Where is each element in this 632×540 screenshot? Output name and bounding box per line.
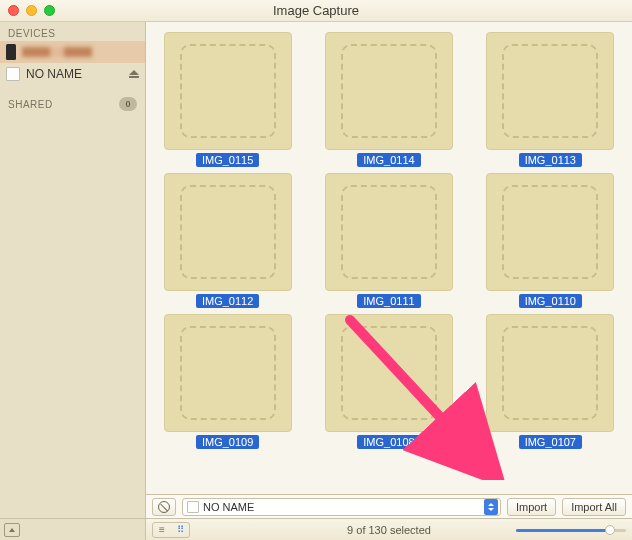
thumbnail-label: IMG_0115 — [196, 153, 259, 167]
import-all-button[interactable]: Import All — [562, 498, 626, 516]
shared-count-badge: 0 — [119, 97, 137, 111]
thumbnail-item[interactable]: IMG_0108 — [319, 314, 459, 449]
titlebar: Image Capture — [0, 0, 632, 22]
thumbnail-label: IMG_0111 — [357, 294, 420, 308]
volume-label: NO NAME — [26, 67, 82, 81]
destination-label: NO NAME — [203, 501, 254, 513]
placeholder-icon — [341, 326, 437, 420]
thumbnail-item[interactable]: IMG_0115 — [158, 32, 298, 167]
eject-icon[interactable] — [129, 69, 139, 79]
thumbnail-item[interactable]: IMG_0110 — [480, 173, 620, 308]
bottom-toolbar: NO NAME Import Import All — [146, 494, 632, 518]
thumbnail-grid: IMG_0115 IMG_0114 IMG_0113 IMG_0112 IMG_… — [146, 22, 632, 494]
thumbnail-item[interactable]: IMG_0114 — [319, 32, 459, 167]
statusbar: ≡ ⠿ 9 of 130 selected — [146, 518, 632, 540]
thumbnail-item[interactable]: IMG_0111 — [319, 173, 459, 308]
placeholder-icon — [502, 44, 598, 138]
thumbnail-label: IMG_0108 — [357, 435, 420, 449]
thumbnail-item[interactable]: IMG_0107 — [480, 314, 620, 449]
delete-after-import-button[interactable] — [152, 498, 176, 516]
sidebar-footer — [0, 518, 145, 540]
phone-icon — [6, 44, 16, 60]
thumbnail-item[interactable]: IMG_0113 — [480, 32, 620, 167]
sd-card-icon — [187, 501, 199, 513]
placeholder-icon — [341, 44, 437, 138]
window-title: Image Capture — [0, 3, 632, 18]
sidebar-item-phone[interactable] — [0, 41, 145, 63]
thumbnail-label: IMG_0110 — [519, 294, 582, 308]
destination-select[interactable]: NO NAME — [182, 498, 501, 516]
zoom-thumb[interactable] — [605, 525, 615, 535]
thumbnail-label: IMG_0107 — [519, 435, 582, 449]
sidebar: DEVICES NO NAME SHARED 0 — [0, 22, 146, 540]
thumbnail-item[interactable]: IMG_0109 — [158, 314, 298, 449]
thumbnail-item[interactable]: IMG_0112 — [158, 173, 298, 308]
placeholder-icon — [502, 326, 598, 420]
zoom-slider[interactable] — [516, 523, 626, 537]
placeholder-icon — [341, 185, 437, 279]
devices-header-label: DEVICES — [8, 28, 55, 39]
thumbnail-label: IMG_0114 — [357, 153, 420, 167]
thumbnail-label: IMG_0113 — [519, 153, 582, 167]
thumbnail-label: IMG_0112 — [196, 294, 259, 308]
panel-toggle-icon[interactable] — [4, 523, 20, 537]
sd-card-icon — [6, 67, 20, 81]
placeholder-icon — [180, 44, 276, 138]
placeholder-icon — [180, 185, 276, 279]
shared-header-label: SHARED — [8, 99, 53, 110]
sidebar-item-volume[interactable]: NO NAME — [0, 63, 145, 85]
sidebar-devices-header: DEVICES — [0, 22, 145, 41]
sidebar-shared-header: SHARED 0 — [0, 91, 145, 113]
placeholder-icon — [502, 185, 598, 279]
chevron-up-down-icon — [484, 499, 498, 515]
import-button[interactable]: Import — [507, 498, 556, 516]
phone-label-redacted — [22, 47, 92, 57]
thumbnail-label: IMG_0109 — [196, 435, 259, 449]
placeholder-icon — [180, 326, 276, 420]
